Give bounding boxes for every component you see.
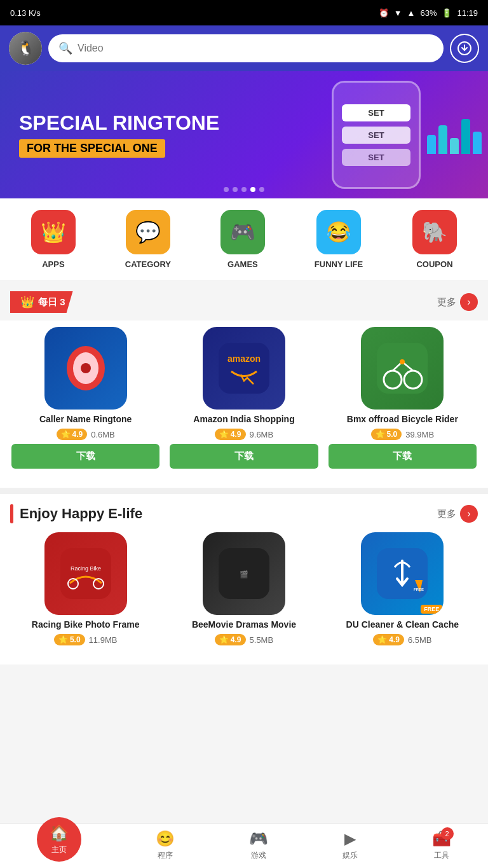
app-size-1: 9.6MB bbox=[250, 430, 274, 439]
app-rating-1: ⭐4.9 bbox=[215, 429, 246, 440]
network-speed: 0.13 K/s bbox=[10, 8, 41, 18]
category-label: CATEGORY bbox=[125, 259, 171, 269]
banner-text: SPECIAL RINGTONE FOR THE SPECIAL ONE bbox=[19, 112, 219, 158]
category-bar: 👑 APPS 💬 CATEGORY 🎮 GAMES 😂 FUNNY LIFE 🐘… bbox=[0, 198, 488, 281]
search-input-wrap[interactable]: 🔍 bbox=[48, 34, 444, 62]
coupon-label: COUPON bbox=[416, 259, 452, 269]
dot-5 bbox=[259, 187, 264, 192]
sidebar-item-coupon[interactable]: 🐘 COUPON bbox=[412, 210, 457, 269]
app-rating-0: ⭐4.9 bbox=[57, 429, 88, 440]
enjoy-app-grid: Racing Bike Racing Bike Photo Frame ⭐5.0… bbox=[0, 526, 488, 665]
status-bar: 0.13 K/s ⏰ ▼ ▲ 63% 🔋 11:19 bbox=[0, 0, 488, 25]
category-icon: 💬 bbox=[126, 210, 170, 254]
enjoy-title: Enjoy Happy E-life bbox=[20, 506, 142, 522]
sidebar-item-funny-life[interactable]: 😂 FUNNY LIFE bbox=[315, 210, 363, 269]
search-input[interactable] bbox=[78, 43, 433, 54]
app-icon-racing-bike: Racing Bike bbox=[44, 532, 127, 615]
svg-text:amazon: amazon bbox=[227, 354, 261, 364]
download-button[interactable] bbox=[450, 34, 479, 63]
battery-percent: 63% bbox=[420, 8, 437, 18]
banner-illustration: SET SET SET bbox=[297, 71, 488, 198]
banner-dots bbox=[224, 187, 264, 192]
funny-life-label: FUNNY LIFE bbox=[315, 259, 363, 269]
sidebar-item-games[interactable]: 🎮 GAMES bbox=[220, 210, 265, 269]
app-meta-1: ⭐4.9 9.6MB bbox=[215, 429, 273, 440]
app-meta-0: ⭐4.9 0.6MB bbox=[57, 429, 115, 440]
section-divider-1 bbox=[0, 488, 488, 494]
enjoy-section-header: Enjoy Happy E-life 更多 › bbox=[0, 494, 488, 526]
promo-banner[interactable]: SPECIAL RINGTONE FOR THE SPECIAL ONE SET… bbox=[0, 71, 488, 198]
app-name-enjoy-0: Racing Bike Photo Frame bbox=[32, 619, 140, 630]
apps-label: APPS bbox=[42, 259, 64, 269]
avatar[interactable]: 🐧 bbox=[9, 32, 42, 65]
search-bar: 🐧 🔍 bbox=[0, 25, 488, 71]
svg-point-9 bbox=[400, 359, 405, 364]
download-btn-2[interactable]: 下载 bbox=[329, 444, 477, 469]
banner-subtitle: FOR THE SPECIAL ONE bbox=[19, 139, 165, 158]
svg-text:🎬: 🎬 bbox=[240, 570, 248, 579]
daily3-more-arrow: › bbox=[460, 293, 478, 311]
sidebar-item-category[interactable]: 💬 CATEGORY bbox=[125, 210, 171, 269]
app-meta-enjoy-0: ⭐5.0 11.9MB bbox=[54, 634, 118, 645]
app-card-bmx: Bmx offroad Bicycle Rider ⭐5.0 39.9MB 下载 bbox=[323, 320, 482, 475]
enjoy-title-wrap: Enjoy Happy E-life bbox=[10, 504, 142, 523]
daily3-title-wrap: 👑 每日 3 bbox=[10, 291, 73, 313]
svg-point-3 bbox=[81, 363, 91, 373]
daily3-title: 每日 3 bbox=[38, 296, 65, 308]
app-icon-ducleaner: FREE FREE bbox=[361, 532, 444, 615]
enjoy-more-button[interactable]: 更多 › bbox=[437, 505, 478, 523]
enjoy-more-label: 更多 bbox=[437, 508, 456, 520]
daily3-more-button[interactable]: 更多 › bbox=[437, 293, 478, 311]
svg-text:FREE: FREE bbox=[414, 588, 424, 591]
app-size-enjoy-2: 6.5MB bbox=[408, 635, 432, 645]
sidebar-item-apps[interactable]: 👑 APPS bbox=[31, 210, 76, 269]
download-btn-1[interactable]: 下载 bbox=[170, 444, 318, 469]
app-icon-amazon: amazon bbox=[203, 327, 285, 410]
avatar-image: 🐧 bbox=[9, 32, 42, 65]
app-card-amazon: amazon Amazon India Shopping ⭐4.9 9.6MB … bbox=[165, 320, 323, 475]
daily3-app-grid: Caller Name Ringtone ⭐4.9 0.6MB 下载 amazo… bbox=[0, 320, 488, 488]
battery-icon: 🔋 bbox=[442, 8, 452, 18]
app-name-enjoy-1: BeeMovie Dramas Movie bbox=[192, 619, 296, 630]
daily3-section-header: 👑 每日 3 更多 › bbox=[0, 291, 488, 313]
app-size-enjoy-1: 5.5MB bbox=[250, 635, 274, 645]
search-icon: 🔍 bbox=[58, 41, 72, 55]
games-label: GAMES bbox=[227, 259, 258, 269]
apps-icon: 👑 bbox=[31, 210, 76, 254]
app-rating-enjoy-1: ⭐4.9 bbox=[215, 634, 246, 645]
app-card-ducleaner: FREE FREE DU Cleaner & Clean Cache ⭐4.9 … bbox=[323, 526, 482, 652]
app-name-0: Caller Name Ringtone bbox=[39, 413, 132, 425]
dot-3 bbox=[241, 187, 247, 192]
app-name-1: Amazon India Shopping bbox=[193, 413, 294, 425]
banner-title: SPECIAL RINGTONE bbox=[19, 112, 219, 134]
dot-1 bbox=[224, 187, 229, 192]
app-card-racing-bike: Racing Bike Racing Bike Photo Frame ⭐5.0… bbox=[6, 526, 165, 652]
app-rating-2: ⭐5.0 bbox=[371, 429, 402, 440]
daily3-more-label: 更多 bbox=[437, 296, 456, 308]
coupon-icon: 🐘 bbox=[412, 210, 457, 254]
dot-2 bbox=[233, 187, 238, 192]
signal-icon: ▲ bbox=[407, 8, 416, 18]
svg-rect-10 bbox=[60, 548, 111, 599]
daily3-badge: 👑 每日 3 bbox=[10, 291, 73, 313]
app-rating-enjoy-0: ⭐5.0 bbox=[54, 634, 85, 645]
app-rating-enjoy-2: ⭐4.9 bbox=[373, 634, 404, 645]
svg-rect-4 bbox=[219, 343, 269, 394]
dot-4 bbox=[250, 187, 255, 192]
svg-text:Racing Bike: Racing Bike bbox=[71, 565, 101, 572]
app-icon-bmx bbox=[361, 327, 444, 410]
games-icon: 🎮 bbox=[220, 210, 265, 254]
app-size-2: 39.9MB bbox=[405, 430, 434, 439]
red-bar-accent bbox=[10, 504, 13, 523]
wifi-icon: ▼ bbox=[394, 8, 402, 18]
app-card-beemovie: 🎬 BeeMovie Dramas Movie ⭐4.9 5.5MB bbox=[165, 526, 323, 652]
clock: 11:19 bbox=[457, 8, 478, 18]
app-meta-enjoy-2: ⭐4.9 6.5MB bbox=[373, 634, 431, 645]
app-card-caller-ringtone: Caller Name Ringtone ⭐4.9 0.6MB 下载 bbox=[6, 320, 165, 475]
app-icon-caller-ringtone bbox=[44, 327, 127, 410]
funny-life-icon: 😂 bbox=[316, 210, 361, 254]
app-size-0: 0.6MB bbox=[91, 430, 115, 439]
alarm-icon: ⏰ bbox=[379, 8, 389, 18]
app-meta-2: ⭐5.0 39.9MB bbox=[371, 429, 435, 440]
download-btn-0[interactable]: 下载 bbox=[11, 444, 159, 469]
